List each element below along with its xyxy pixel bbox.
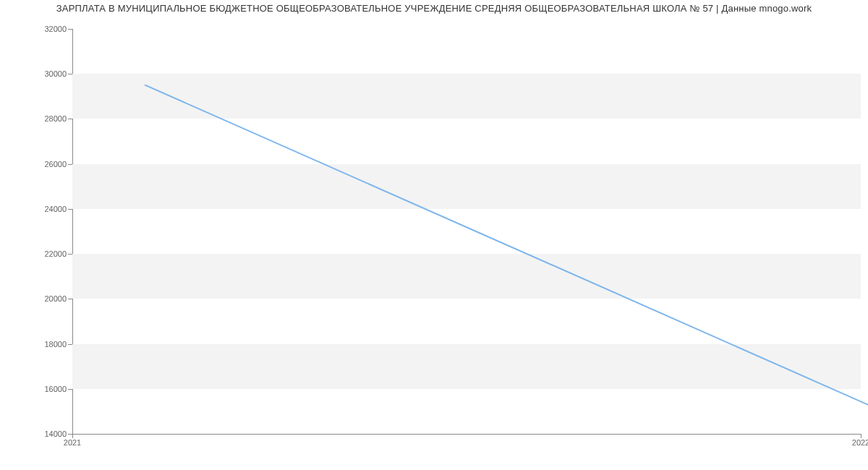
series-line (145, 85, 868, 433)
y-tick-label: 24000 (23, 205, 67, 213)
y-tick-mark (68, 299, 72, 299)
x-tick-label: 2022 (852, 438, 868, 447)
y-tick-mark (68, 389, 72, 390)
x-tick-label: 2021 (64, 438, 81, 447)
y-tick-label: 32000 (23, 25, 67, 33)
y-tick-mark (68, 164, 72, 165)
y-tick-mark (68, 74, 72, 74)
y-tick-mark (68, 344, 72, 345)
y-tick-label: 26000 (23, 160, 67, 168)
y-tick-label: 22000 (23, 249, 67, 258)
x-tick-mark (72, 434, 73, 438)
y-tick-mark (68, 254, 72, 255)
y-tick-mark (68, 29, 72, 30)
line-layer (145, 58, 868, 463)
y-tick-label: 20000 (23, 294, 67, 303)
y-tick-label: 30000 (23, 69, 67, 78)
y-tick-label: 16000 (23, 385, 67, 393)
y-tick-mark (68, 119, 72, 119)
chart-title: ЗАРПЛАТА В МУНИЦИПАЛЬНОЕ БЮДЖЕТНОЕ ОБЩЕО… (0, 3, 868, 14)
y-tick-label: 14000 (23, 430, 67, 438)
y-tick-mark (68, 209, 72, 210)
y-tick-label: 28000 (23, 114, 67, 123)
y-tick-label: 18000 (23, 340, 67, 349)
chart-container: ЗАРПЛАТА В МУНИЦИПАЛЬНОЕ БЮДЖЕТНОЕ ОБЩЕО… (0, 0, 868, 470)
plot-area (72, 29, 861, 434)
x-tick-mark (861, 434, 861, 438)
